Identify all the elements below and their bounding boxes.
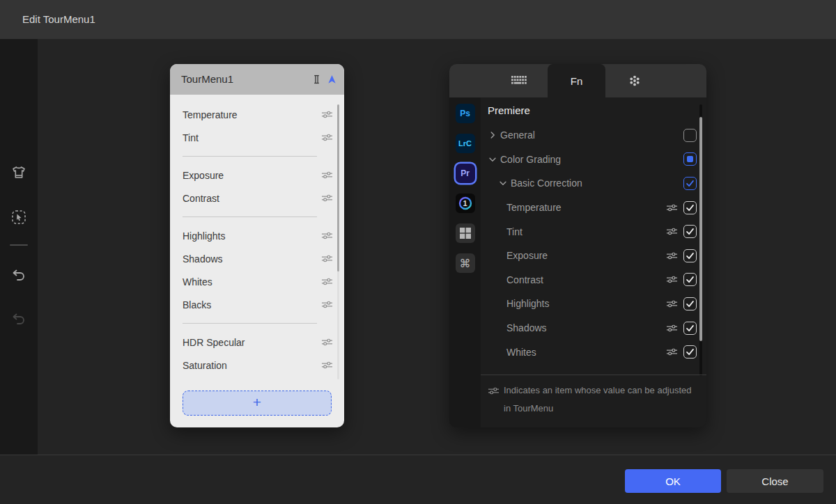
tourmenu-item[interactable]: Tint <box>170 126 344 149</box>
premiere-icon: Pr <box>460 168 470 178</box>
cursor-indicator-icon[interactable] <box>327 74 337 85</box>
scrollbar-thumb[interactable] <box>337 104 339 271</box>
close-button[interactable]: Close <box>727 469 823 493</box>
node-label: Shadows <box>506 322 666 333</box>
fn-tab-label: Fn <box>571 75 583 87</box>
tree-app-title: Premiere <box>481 97 706 123</box>
node-label: General <box>500 129 683 141</box>
check-icon <box>684 226 696 237</box>
tab-macro[interactable] <box>605 64 663 97</box>
tree-node-whites[interactable]: Whites <box>481 340 706 364</box>
checkbox-checked[interactable] <box>683 273 697 286</box>
item-label: Tint <box>183 132 321 143</box>
tourmenu-item[interactable]: Temperature <box>170 103 344 126</box>
app-windows[interactable] <box>456 223 475 243</box>
checkbox-indeterminate[interactable] <box>683 152 697 166</box>
tourmenu-item[interactable]: Whites <box>170 270 344 293</box>
node-label: Basic Correction <box>511 178 683 189</box>
adjustable-icon <box>321 110 333 119</box>
adjustable-icon <box>321 361 333 370</box>
checkbox-checked[interactable] <box>683 297 697 310</box>
app-command[interactable]: ⌘ <box>456 253 475 273</box>
checkbox-checked[interactable] <box>683 201 697 214</box>
tree-node-temperature[interactable]: Temperature <box>481 196 706 220</box>
item-label: Blacks <box>183 299 321 310</box>
app-lightroom-classic[interactable]: LrC <box>456 134 475 153</box>
add-item-button[interactable]: + <box>183 391 332 416</box>
lightroom-icon: LrC <box>458 139 472 148</box>
tab-fn[interactable]: Fn <box>548 64 605 97</box>
adjustable-icon <box>321 231 333 240</box>
checkbox-checked[interactable] <box>683 249 697 262</box>
node-label: Contrast <box>506 274 666 285</box>
tourmenu-item[interactable]: Contrast <box>170 187 344 210</box>
tourmenu-item[interactable]: Highlights <box>170 224 344 247</box>
tree-node-contrast[interactable]: Contrast <box>481 268 706 292</box>
tree-node-highlights[interactable]: Highlights <box>481 292 706 316</box>
node-label: Whites <box>506 347 666 358</box>
tree-node-basic-correction[interactable]: Basic Correction <box>481 171 706 196</box>
tourmenu-item[interactable]: Blacks <box>170 293 344 316</box>
edit-tourmenu-window: Edit TourMenu1 OK Close TourMenu1 <box>0 0 836 504</box>
tourmenu-item-list: Temperature Tint Exposure Contrast Highl… <box>170 103 344 377</box>
undo-icon[interactable] <box>10 267 27 283</box>
app-capture-one[interactable]: 1 <box>456 194 475 213</box>
adjustable-icon <box>321 254 333 263</box>
item-label: Temperature <box>183 109 321 120</box>
checkbox-checked[interactable] <box>683 345 697 359</box>
tree-node-exposure[interactable]: Exposure <box>481 244 706 268</box>
adjustable-icon <box>666 203 678 212</box>
adjustable-legend: Indicates an item whose value can be adj… <box>481 375 706 427</box>
tourmenu-scrollbar[interactable] <box>337 104 339 379</box>
tourmenu-item[interactable]: Shadows <box>170 247 344 270</box>
checkbox-checked[interactable] <box>683 225 697 238</box>
chevron-down-icon[interactable] <box>488 155 497 164</box>
tourmenu-title: TourMenu1 <box>181 64 233 95</box>
tree-scrollbar[interactable] <box>699 104 702 376</box>
tree-node-tint[interactable]: Tint <box>481 219 706 244</box>
item-label: Whites <box>183 276 321 288</box>
function-panel: Fn Ps LrC Pr 1 <box>449 64 706 427</box>
tourmenu-item[interactable]: HDR Specular <box>170 331 344 354</box>
function-tree: Premiere General Color Grading Basic Cor… <box>481 97 706 375</box>
tree-node-general[interactable]: General <box>481 123 706 148</box>
skin-icon[interactable] <box>10 164 27 181</box>
checkbox-unchecked[interactable] <box>683 129 697 142</box>
adjustable-icon <box>321 300 333 309</box>
app-premiere-selected[interactable]: Pr <box>456 164 475 183</box>
adjustable-icon <box>666 347 678 356</box>
group-divider <box>183 156 317 157</box>
check-icon <box>684 202 696 214</box>
ok-button[interactable]: OK <box>625 469 721 493</box>
function-tabs: Fn <box>449 64 706 97</box>
app-photoshop[interactable]: Ps <box>456 104 475 123</box>
tree-node-shadows[interactable]: Shadows <box>481 316 706 340</box>
pin-icon[interactable] <box>311 74 322 85</box>
scrollbar-thumb[interactable] <box>699 117 702 341</box>
chevron-right-icon[interactable] <box>488 130 497 140</box>
group-divider <box>183 216 317 217</box>
redo-icon[interactable] <box>10 310 27 327</box>
node-label: Tint <box>506 226 666 237</box>
tourmenu-item[interactable]: Exposure <box>170 164 344 187</box>
windows-icon <box>460 228 471 239</box>
checkbox-checked[interactable] <box>683 322 697 335</box>
adjustable-icon <box>666 324 678 333</box>
select-mode-icon[interactable] <box>10 209 27 226</box>
item-label: Saturation <box>183 360 321 371</box>
item-label: Highlights <box>183 230 321 242</box>
sidebar-divider <box>10 244 28 246</box>
legend-line2: in TourMenu <box>488 402 695 415</box>
checkbox-checked-blue[interactable] <box>683 177 697 190</box>
window-title: Edit TourMenu1 <box>22 0 95 39</box>
tourmenu-item[interactable]: Saturation <box>170 354 344 377</box>
keyboard-icon <box>511 76 527 86</box>
command-icon: ⌘ <box>460 257 471 270</box>
check-icon <box>684 322 696 334</box>
chevron-down-icon[interactable] <box>498 178 508 188</box>
item-label: Shadows <box>183 253 321 265</box>
item-label: Contrast <box>183 193 321 204</box>
check-icon <box>684 274 696 285</box>
tree-node-color-grading[interactable]: Color Grading <box>481 148 706 172</box>
tab-keyboard[interactable] <box>490 64 548 97</box>
